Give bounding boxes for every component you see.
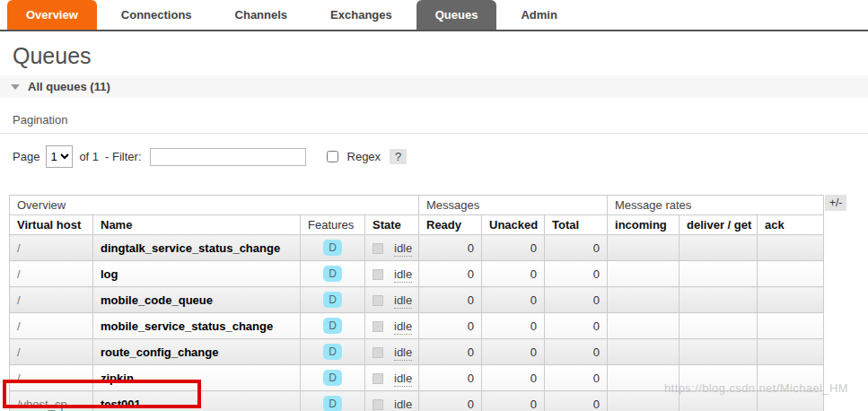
durable-badge: D bbox=[323, 396, 342, 411]
state-cell: idle bbox=[365, 365, 419, 391]
durable-badge: D bbox=[323, 292, 342, 308]
deliver-get-cell bbox=[679, 365, 758, 391]
column-header-row: Virtual host Name Features State Ready U… bbox=[10, 215, 824, 235]
page-select[interactable]: 1 bbox=[46, 145, 73, 168]
features-cell: D bbox=[301, 313, 365, 339]
state-indicator-icon bbox=[373, 295, 383, 306]
state-indicator-icon bbox=[373, 347, 383, 358]
queues-table-wrapper: Overview Messages Message rates Virtual … bbox=[9, 195, 859, 411]
state-cell: idle bbox=[365, 339, 419, 365]
ready-cell: 0 bbox=[419, 339, 482, 365]
help-button[interactable]: ? bbox=[390, 149, 407, 164]
ready-cell: 0 bbox=[419, 365, 482, 391]
deliver-get-cell bbox=[679, 339, 758, 365]
queue-row: / mobile_code_queue D idle 0 0 0 bbox=[10, 287, 824, 313]
regex-checkbox[interactable] bbox=[327, 151, 338, 162]
state-indicator-icon bbox=[373, 399, 383, 410]
col-header-ack[interactable]: ack bbox=[758, 215, 824, 235]
nav-tab[interactable]: Exchanges bbox=[311, 0, 411, 30]
incoming-cell bbox=[608, 339, 679, 365]
vhost-cell: / bbox=[10, 313, 93, 339]
queue-name-cell[interactable]: log bbox=[93, 261, 301, 287]
state-indicator-icon bbox=[373, 321, 383, 332]
deliver-get-cell bbox=[679, 287, 758, 313]
group-header-overview: Overview bbox=[10, 196, 419, 215]
total-cell: 0 bbox=[545, 313, 608, 339]
rabbitmq-queues-page: Overview Connections Channels Exchanges … bbox=[0, 0, 868, 411]
total-cell: 0 bbox=[545, 261, 608, 287]
ack-cell bbox=[758, 313, 824, 339]
features-cell: D bbox=[301, 339, 365, 365]
ready-cell: 0 bbox=[419, 235, 482, 261]
queue-row: / route_config_change D idle 0 0 0 bbox=[10, 339, 824, 365]
unacked-cell: 0 bbox=[482, 365, 545, 391]
all-queues-section-header[interactable]: All queues (11) bbox=[0, 75, 868, 98]
durable-badge: D bbox=[323, 318, 342, 334]
durable-badge: D bbox=[323, 370, 342, 386]
ready-cell: 0 bbox=[419, 261, 482, 287]
unacked-cell: 0 bbox=[482, 313, 545, 339]
vhost-cell: / bbox=[10, 287, 93, 313]
state-label: idle bbox=[394, 319, 412, 335]
queue-name-cell[interactable]: mobile_code_queue bbox=[93, 287, 301, 313]
ack-cell bbox=[758, 391, 824, 411]
filter-input[interactable] bbox=[150, 148, 306, 166]
page-title: Queues bbox=[13, 43, 868, 69]
col-header-name[interactable]: Name bbox=[93, 215, 301, 235]
queue-row: / dingtalk_service_status_change D idle … bbox=[10, 235, 824, 261]
state-label: idle bbox=[394, 372, 412, 387]
nav-tab[interactable]: Connections bbox=[102, 0, 211, 30]
collapse-triangle-icon bbox=[11, 84, 20, 90]
state-cell: idle bbox=[365, 287, 419, 313]
vhost-cell: /vhost_cp bbox=[10, 391, 93, 411]
group-header-messages: Messages bbox=[419, 196, 608, 215]
column-toggle-button[interactable]: +/- bbox=[825, 195, 846, 211]
queue-name-cell[interactable]: zipkin bbox=[93, 365, 301, 391]
features-cell: D bbox=[301, 235, 365, 261]
queues-table: Overview Messages Message rates Virtual … bbox=[9, 195, 824, 411]
state-label: idle bbox=[394, 241, 412, 257]
main-nav: Overview Connections Channels Exchanges … bbox=[0, 0, 868, 31]
nav-tab[interactable]: Channels bbox=[216, 0, 307, 30]
col-header-incoming[interactable]: incoming bbox=[608, 215, 679, 235]
state-cell: idle bbox=[365, 261, 419, 287]
features-cell: D bbox=[301, 261, 365, 287]
total-cell: 0 bbox=[545, 391, 608, 411]
group-header-message-rates: Message rates bbox=[608, 196, 824, 215]
ready-cell: 0 bbox=[419, 391, 482, 411]
col-header-virtual-host[interactable]: Virtual host bbox=[10, 215, 93, 235]
total-cell: 0 bbox=[545, 339, 608, 365]
pagination-heading: Pagination bbox=[0, 113, 868, 134]
col-header-unacked[interactable]: Unacked bbox=[482, 215, 545, 235]
nav-tab[interactable]: Overview bbox=[7, 0, 97, 30]
col-header-total[interactable]: Total bbox=[545, 215, 608, 235]
unacked-cell: 0 bbox=[482, 261, 545, 287]
durable-badge: D bbox=[323, 240, 342, 256]
queue-name-cell[interactable]: mobile_service_status_change bbox=[93, 313, 301, 339]
col-header-ready[interactable]: Ready bbox=[419, 215, 482, 235]
unacked-cell: 0 bbox=[482, 287, 545, 313]
deliver-get-cell bbox=[679, 235, 758, 261]
nav-tab[interactable]: Queues bbox=[416, 0, 497, 30]
queue-name-cell[interactable]: dingtalk_service_status_change bbox=[93, 235, 301, 261]
ack-cell bbox=[758, 339, 824, 365]
queue-name-cell[interactable]: route_config_change bbox=[93, 339, 301, 365]
col-header-state[interactable]: State bbox=[365, 215, 419, 235]
col-header-deliver-get[interactable]: deliver / get bbox=[679, 215, 758, 235]
ack-cell bbox=[758, 287, 824, 313]
state-cell: idle bbox=[365, 235, 419, 261]
queue-row: / mobile_service_status_change D idle 0 … bbox=[10, 313, 824, 339]
queue-name-cell[interactable]: test001 bbox=[93, 391, 301, 411]
deliver-get-cell bbox=[679, 261, 758, 287]
nav-tab[interactable]: Admin bbox=[502, 0, 575, 30]
vhost-cell: / bbox=[10, 235, 93, 261]
incoming-cell bbox=[608, 391, 679, 411]
ready-cell: 0 bbox=[419, 287, 482, 313]
incoming-cell bbox=[608, 235, 679, 261]
queue-row: / log D idle 0 0 0 bbox=[10, 261, 824, 287]
incoming-cell bbox=[608, 287, 679, 313]
ack-cell bbox=[758, 261, 824, 287]
state-label: idle bbox=[394, 345, 412, 361]
state-label: idle bbox=[394, 267, 412, 283]
deliver-get-cell bbox=[679, 313, 758, 339]
